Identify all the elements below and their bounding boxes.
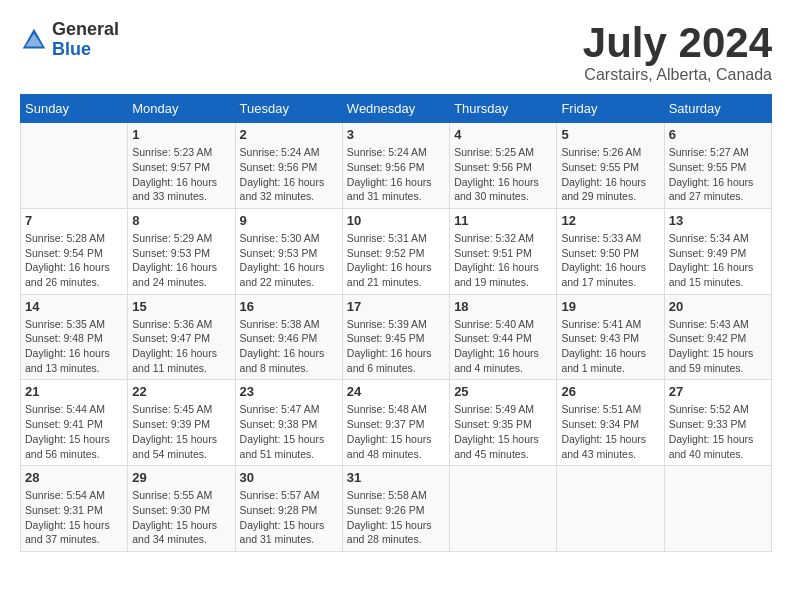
calendar-cell — [557, 466, 664, 552]
calendar-cell: 3Sunrise: 5:24 AMSunset: 9:56 PMDaylight… — [342, 123, 449, 209]
day-number: 6 — [669, 127, 767, 142]
day-number: 3 — [347, 127, 445, 142]
location: Carstairs, Alberta, Canada — [583, 66, 772, 84]
day-info: Sunrise: 5:58 AMSunset: 9:26 PMDaylight:… — [347, 488, 445, 547]
day-of-week-header: Tuesday — [235, 95, 342, 123]
day-number: 22 — [132, 384, 230, 399]
day-info: Sunrise: 5:41 AMSunset: 9:43 PMDaylight:… — [561, 317, 659, 376]
day-info: Sunrise: 5:28 AMSunset: 9:54 PMDaylight:… — [25, 231, 123, 290]
calendar-cell: 23Sunrise: 5:47 AMSunset: 9:38 PMDayligh… — [235, 380, 342, 466]
day-of-week-header: Sunday — [21, 95, 128, 123]
day-info: Sunrise: 5:30 AMSunset: 9:53 PMDaylight:… — [240, 231, 338, 290]
day-number: 14 — [25, 299, 123, 314]
day-info: Sunrise: 5:24 AMSunset: 9:56 PMDaylight:… — [240, 145, 338, 204]
day-info: Sunrise: 5:29 AMSunset: 9:53 PMDaylight:… — [132, 231, 230, 290]
calendar-cell: 12Sunrise: 5:33 AMSunset: 9:50 PMDayligh… — [557, 208, 664, 294]
day-number: 13 — [669, 213, 767, 228]
day-info: Sunrise: 5:43 AMSunset: 9:42 PMDaylight:… — [669, 317, 767, 376]
day-number: 30 — [240, 470, 338, 485]
calendar-cell: 11Sunrise: 5:32 AMSunset: 9:51 PMDayligh… — [450, 208, 557, 294]
day-info: Sunrise: 5:39 AMSunset: 9:45 PMDaylight:… — [347, 317, 445, 376]
calendar-cell: 13Sunrise: 5:34 AMSunset: 9:49 PMDayligh… — [664, 208, 771, 294]
calendar-cell: 4Sunrise: 5:25 AMSunset: 9:56 PMDaylight… — [450, 123, 557, 209]
logo-general-text: General — [52, 20, 119, 40]
calendar-week-row: 7Sunrise: 5:28 AMSunset: 9:54 PMDaylight… — [21, 208, 772, 294]
page-header: General Blue July 2024 Carstairs, Albert… — [20, 20, 772, 84]
calendar-cell: 24Sunrise: 5:48 AMSunset: 9:37 PMDayligh… — [342, 380, 449, 466]
title-block: July 2024 Carstairs, Alberta, Canada — [583, 20, 772, 84]
calendar-week-row: 14Sunrise: 5:35 AMSunset: 9:48 PMDayligh… — [21, 294, 772, 380]
day-info: Sunrise: 5:45 AMSunset: 9:39 PMDaylight:… — [132, 402, 230, 461]
day-number: 27 — [669, 384, 767, 399]
day-number: 10 — [347, 213, 445, 228]
day-info: Sunrise: 5:51 AMSunset: 9:34 PMDaylight:… — [561, 402, 659, 461]
calendar-cell: 19Sunrise: 5:41 AMSunset: 9:43 PMDayligh… — [557, 294, 664, 380]
day-info: Sunrise: 5:48 AMSunset: 9:37 PMDaylight:… — [347, 402, 445, 461]
calendar-cell: 21Sunrise: 5:44 AMSunset: 9:41 PMDayligh… — [21, 380, 128, 466]
calendar-cell — [21, 123, 128, 209]
day-number: 20 — [669, 299, 767, 314]
calendar-cell: 28Sunrise: 5:54 AMSunset: 9:31 PMDayligh… — [21, 466, 128, 552]
calendar-cell: 27Sunrise: 5:52 AMSunset: 9:33 PMDayligh… — [664, 380, 771, 466]
day-info: Sunrise: 5:24 AMSunset: 9:56 PMDaylight:… — [347, 145, 445, 204]
calendar-cell: 6Sunrise: 5:27 AMSunset: 9:55 PMDaylight… — [664, 123, 771, 209]
calendar-week-row: 1Sunrise: 5:23 AMSunset: 9:57 PMDaylight… — [21, 123, 772, 209]
calendar-cell: 25Sunrise: 5:49 AMSunset: 9:35 PMDayligh… — [450, 380, 557, 466]
day-of-week-header: Friday — [557, 95, 664, 123]
day-info: Sunrise: 5:26 AMSunset: 9:55 PMDaylight:… — [561, 145, 659, 204]
calendar-header-row: SundayMondayTuesdayWednesdayThursdayFrid… — [21, 95, 772, 123]
day-info: Sunrise: 5:25 AMSunset: 9:56 PMDaylight:… — [454, 145, 552, 204]
day-of-week-header: Monday — [128, 95, 235, 123]
calendar-cell: 26Sunrise: 5:51 AMSunset: 9:34 PMDayligh… — [557, 380, 664, 466]
calendar-cell: 15Sunrise: 5:36 AMSunset: 9:47 PMDayligh… — [128, 294, 235, 380]
day-number: 29 — [132, 470, 230, 485]
day-number: 23 — [240, 384, 338, 399]
calendar-cell: 1Sunrise: 5:23 AMSunset: 9:57 PMDaylight… — [128, 123, 235, 209]
day-number: 1 — [132, 127, 230, 142]
day-info: Sunrise: 5:33 AMSunset: 9:50 PMDaylight:… — [561, 231, 659, 290]
day-info: Sunrise: 5:34 AMSunset: 9:49 PMDaylight:… — [669, 231, 767, 290]
calendar-cell: 20Sunrise: 5:43 AMSunset: 9:42 PMDayligh… — [664, 294, 771, 380]
day-info: Sunrise: 5:23 AMSunset: 9:57 PMDaylight:… — [132, 145, 230, 204]
month-title: July 2024 — [583, 20, 772, 66]
calendar-table: SundayMondayTuesdayWednesdayThursdayFrid… — [20, 94, 772, 552]
day-number: 28 — [25, 470, 123, 485]
day-info: Sunrise: 5:35 AMSunset: 9:48 PMDaylight:… — [25, 317, 123, 376]
logo-text: General Blue — [52, 20, 119, 60]
day-info: Sunrise: 5:44 AMSunset: 9:41 PMDaylight:… — [25, 402, 123, 461]
day-number: 12 — [561, 213, 659, 228]
calendar-cell: 10Sunrise: 5:31 AMSunset: 9:52 PMDayligh… — [342, 208, 449, 294]
day-of-week-header: Wednesday — [342, 95, 449, 123]
day-number: 18 — [454, 299, 552, 314]
day-number: 16 — [240, 299, 338, 314]
calendar-week-row: 21Sunrise: 5:44 AMSunset: 9:41 PMDayligh… — [21, 380, 772, 466]
day-of-week-header: Saturday — [664, 95, 771, 123]
calendar-cell: 31Sunrise: 5:58 AMSunset: 9:26 PMDayligh… — [342, 466, 449, 552]
day-info: Sunrise: 5:32 AMSunset: 9:51 PMDaylight:… — [454, 231, 552, 290]
day-number: 11 — [454, 213, 552, 228]
day-number: 7 — [25, 213, 123, 228]
day-number: 2 — [240, 127, 338, 142]
day-number: 21 — [25, 384, 123, 399]
day-number: 25 — [454, 384, 552, 399]
day-number: 31 — [347, 470, 445, 485]
calendar-cell — [664, 466, 771, 552]
day-info: Sunrise: 5:38 AMSunset: 9:46 PMDaylight:… — [240, 317, 338, 376]
logo-blue-text: Blue — [52, 40, 119, 60]
calendar-cell: 29Sunrise: 5:55 AMSunset: 9:30 PMDayligh… — [128, 466, 235, 552]
day-number: 19 — [561, 299, 659, 314]
calendar-cell: 17Sunrise: 5:39 AMSunset: 9:45 PMDayligh… — [342, 294, 449, 380]
calendar-cell: 30Sunrise: 5:57 AMSunset: 9:28 PMDayligh… — [235, 466, 342, 552]
calendar-week-row: 28Sunrise: 5:54 AMSunset: 9:31 PMDayligh… — [21, 466, 772, 552]
day-info: Sunrise: 5:36 AMSunset: 9:47 PMDaylight:… — [132, 317, 230, 376]
calendar-cell: 18Sunrise: 5:40 AMSunset: 9:44 PMDayligh… — [450, 294, 557, 380]
calendar-cell: 5Sunrise: 5:26 AMSunset: 9:55 PMDaylight… — [557, 123, 664, 209]
calendar-cell: 14Sunrise: 5:35 AMSunset: 9:48 PMDayligh… — [21, 294, 128, 380]
calendar-cell: 22Sunrise: 5:45 AMSunset: 9:39 PMDayligh… — [128, 380, 235, 466]
day-of-week-header: Thursday — [450, 95, 557, 123]
logo-icon — [20, 26, 48, 54]
day-info: Sunrise: 5:27 AMSunset: 9:55 PMDaylight:… — [669, 145, 767, 204]
day-info: Sunrise: 5:31 AMSunset: 9:52 PMDaylight:… — [347, 231, 445, 290]
day-number: 9 — [240, 213, 338, 228]
day-info: Sunrise: 5:55 AMSunset: 9:30 PMDaylight:… — [132, 488, 230, 547]
